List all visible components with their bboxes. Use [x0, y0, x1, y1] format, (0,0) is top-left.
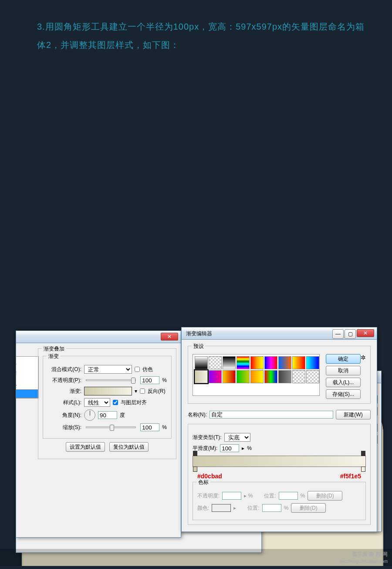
dither-label: 仿色 — [142, 366, 153, 373]
name-input[interactable] — [210, 411, 333, 419]
preset-grid[interactable] — [193, 354, 320, 396]
opacity-stop[interactable] — [361, 451, 365, 456]
delete-button[interactable]: 删除(D) — [291, 503, 326, 513]
titlebar[interactable]: 渐变编辑器 — ▢ ✕ — [182, 327, 377, 340]
opacity-label: 不透明度(P): — [47, 377, 81, 384]
color-stop[interactable] — [361, 467, 365, 472]
angle-input[interactable] — [98, 411, 117, 419]
style-label: 样式(L): — [47, 399, 81, 406]
unit: 度 — [120, 412, 125, 419]
blend-select[interactable]: 正常 — [84, 365, 132, 374]
gradient-label: 渐变: — [47, 388, 81, 395]
scale-slider[interactable] — [86, 426, 136, 428]
ok-button[interactable]: 确定 — [326, 354, 361, 364]
dither-checkbox[interactable] — [135, 367, 140, 372]
maximize-icon[interactable]: ▢ — [345, 329, 356, 339]
gradient-editor-dialog: 渐变编辑器 — ▢ ✕ 预设 ✲ — [181, 327, 377, 532]
new-button[interactable]: 新建(W) — [336, 410, 371, 419]
instruction-text: 3.用圆角矩形工具建立一个半径为100px，宽高：597x597px的矢量图层命… — [0, 0, 392, 63]
group-label: 色标 — [196, 479, 210, 486]
stop-position-input — [262, 504, 281, 512]
opacity-stop[interactable] — [193, 451, 197, 456]
list-item[interactable]: 雕 — [16, 368, 38, 378]
list-item[interactable]: 线 — [16, 378, 38, 389]
dropdown-icon[interactable]: ▸ — [242, 445, 244, 451]
layer-style-dialog-gradient: ✕ 认 雕 线 渐变叠加 渐变 混合模式(O): 正常 — [16, 330, 181, 538]
color-label: 颜色: — [197, 504, 209, 512]
stop-color-label: #f5f1e5 — [340, 473, 361, 480]
delete-button[interactable]: 删除(D) — [308, 491, 342, 501]
reverse-label: 反向(R) — [148, 388, 166, 395]
angle-label: 角度(N): — [47, 412, 81, 419]
close-icon[interactable]: ✕ — [161, 333, 178, 341]
close-icon[interactable]: ✕ — [357, 329, 374, 337]
position-label: 位置: — [247, 504, 259, 512]
name-label: 名称(N): — [188, 411, 207, 419]
type-select[interactable]: 实底 — [224, 433, 250, 442]
gradient-bar[interactable]: #d0cbad #f5f1e5 — [193, 456, 366, 467]
position-label: 位置: — [264, 492, 276, 500]
stop-opacity-input — [222, 492, 241, 500]
color-stop[interactable] — [193, 467, 197, 472]
group-label: 渐变 — [47, 353, 61, 360]
gear-icon[interactable]: ✲ — [361, 354, 366, 361]
save-button[interactable]: 存储(S)... — [326, 389, 361, 399]
list-item-selected[interactable] — [16, 389, 38, 398]
set-default-button[interactable]: 设置为默认值 — [66, 442, 105, 452]
opacity-input[interactable] — [140, 376, 159, 384]
stop-color-swatch[interactable] — [212, 504, 231, 512]
cancel-button[interactable]: 取消 — [326, 366, 361, 375]
reset-default-button[interactable]: 复位为默认值 — [109, 442, 149, 452]
stop-position-input — [279, 492, 298, 500]
group-label: 渐变叠加 — [42, 345, 66, 353]
scale-input[interactable] — [140, 423, 159, 431]
group-label: 预设 — [192, 343, 206, 350]
scale-label: 缩放(S): — [47, 424, 81, 431]
angle-dial[interactable] — [84, 409, 95, 421]
styles-list[interactable]: 认 雕 线 — [16, 356, 39, 399]
footer-watermark: 查字典 教 程 网 jiaocheng.chazidian.com — [0, 549, 392, 566]
type-label: 渐变类型(T): — [193, 434, 222, 441]
minimize-icon[interactable]: — — [332, 329, 344, 339]
smooth-input[interactable] — [220, 444, 239, 452]
align-label: 与图层对齐 — [121, 399, 147, 406]
opacity-slider[interactable] — [86, 379, 136, 381]
blend-label: 混合模式(O): — [47, 366, 81, 373]
dropdown-icon[interactable]: ▾ — [135, 388, 137, 394]
load-button[interactable]: 载入(L)... — [326, 378, 361, 387]
align-checkbox[interactable] — [113, 400, 118, 405]
titlebar[interactable]: ✕ — [16, 331, 181, 343]
gradient-swatch[interactable] — [84, 387, 132, 395]
style-select[interactable]: 线性 — [84, 398, 110, 407]
list-item[interactable]: 认 — [16, 357, 38, 368]
reverse-checkbox[interactable] — [140, 388, 145, 394]
opacity-label: 不透明度: — [197, 492, 220, 500]
